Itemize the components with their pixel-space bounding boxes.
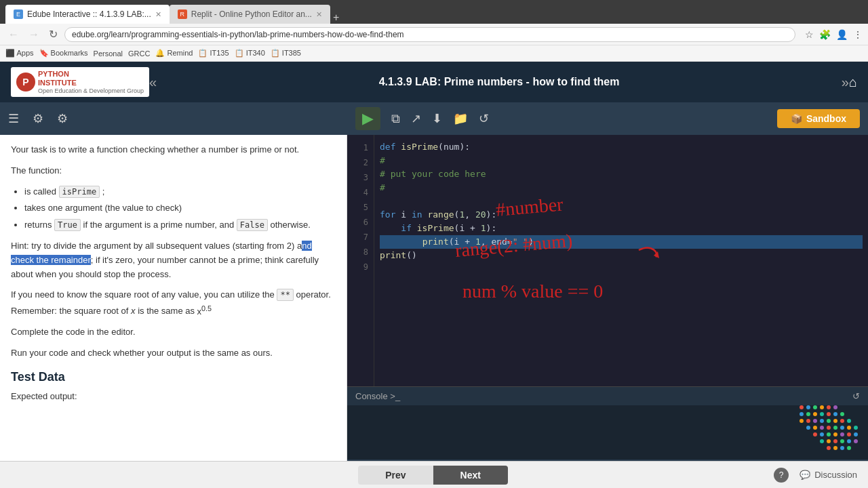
bookmark-personal[interactable]: Personal bbox=[94, 49, 123, 58]
svg-point-9 bbox=[800, 412, 804, 416]
svg-point-29 bbox=[840, 426, 844, 430]
nav-center: Prev Next bbox=[358, 466, 508, 485]
svg-point-42 bbox=[840, 439, 844, 443]
intro-text: Your task is to write a function checkin… bbox=[11, 143, 336, 157]
extension-icon[interactable]: 🧩 bbox=[819, 29, 831, 40]
code-editor[interactable]: 1 2 3 4 5 6 7 8 9 def isPrime(num): # # … bbox=[347, 135, 868, 386]
right-panel: 1 2 3 4 5 6 7 8 9 def isPrime(num): # # … bbox=[347, 135, 868, 461]
dots-decoration bbox=[795, 401, 863, 457]
code-line-9: print() bbox=[380, 249, 863, 262]
svg-point-10 bbox=[806, 412, 810, 416]
download-icon[interactable]: ⬇ bbox=[432, 111, 442, 126]
hint-paragraph: Hint: try to divide the argument by all … bbox=[11, 239, 336, 281]
svg-point-31 bbox=[854, 426, 858, 430]
folder-icon[interactable]: 📁 bbox=[453, 111, 468, 126]
share-icon[interactable]: ↗ bbox=[411, 111, 421, 126]
menu-icon[interactable]: ⋮ bbox=[853, 29, 863, 40]
app-header: P PYTHON INSTITUTE Open Education & Deve… bbox=[0, 62, 868, 102]
svg-point-43 bbox=[847, 439, 851, 443]
svg-point-20 bbox=[827, 419, 831, 423]
home-button[interactable]: ⌂ bbox=[849, 75, 857, 90]
svg-point-4 bbox=[806, 405, 810, 409]
svg-point-36 bbox=[840, 432, 844, 436]
svg-point-41 bbox=[833, 439, 837, 443]
forward-button[interactable]: → bbox=[26, 27, 42, 42]
code-line-5 bbox=[380, 195, 863, 208]
dots-svg bbox=[795, 401, 863, 455]
bookmark-star-icon[interactable]: ☆ bbox=[805, 29, 814, 40]
bottom-nav: Prev Next ? 💬 Discussion bbox=[0, 461, 868, 488]
bookmarks-bar: ⬛ Apps 🔖 Bookmarks Personal GRCC 🔔 Remin… bbox=[0, 45, 868, 62]
bookmark-it135[interactable]: 📋 IT135 bbox=[198, 49, 229, 58]
address-bar[interactable] bbox=[64, 27, 795, 42]
line-num-7: 7 bbox=[347, 230, 374, 245]
console-refresh-icon[interactable]: ↺ bbox=[852, 391, 860, 401]
bookmark-apps[interactable]: ⬛ Apps bbox=[5, 49, 34, 58]
tab-close-replit[interactable]: ✕ bbox=[316, 10, 322, 19]
tab-icon-replit: R bbox=[178, 9, 187, 19]
bookmark-it385[interactable]: 📋 IT385 bbox=[271, 49, 301, 58]
hint-before: Hint: try to divide the argument by all … bbox=[11, 241, 302, 251]
prev-chapter-button[interactable]: « bbox=[149, 75, 157, 90]
run-text: Run your code and check whether your out… bbox=[11, 346, 336, 361]
tab-label-replit: Replit - Online Python Editor an... bbox=[191, 9, 312, 19]
svg-point-15 bbox=[840, 412, 844, 416]
discussion-button[interactable]: 💬 Discussion bbox=[800, 470, 857, 480]
next-chapter-button[interactable]: » bbox=[842, 75, 849, 90]
logo-python: PYTHON bbox=[38, 70, 144, 79]
line-num-8: 8 bbox=[347, 245, 374, 260]
toolbar-left: ☰ ⚙ ⚙ bbox=[8, 111, 68, 126]
logo-circle: P bbox=[16, 73, 35, 92]
page-title: 4.1.3.9 LAB: Prime numbers - how to find… bbox=[170, 76, 828, 88]
bullet-3-mid: if the argument is a prime number, and bbox=[81, 220, 237, 230]
console-header: Console >_ ↺ bbox=[347, 387, 868, 405]
code-line-2: # bbox=[380, 154, 863, 167]
svg-point-47 bbox=[840, 446, 844, 450]
reload-button[interactable]: ↻ bbox=[46, 26, 60, 42]
copy-icon[interactable]: ⧉ bbox=[391, 112, 400, 126]
settings-icon[interactable]: ⚙ bbox=[33, 111, 43, 126]
tab-edube[interactable]: E Edube Interactive :: 4.1.3.9 LAB:... ✕ bbox=[5, 5, 170, 24]
sandbox-label: Sandbox bbox=[806, 113, 846, 124]
help-button[interactable]: ? bbox=[774, 468, 789, 483]
bookmark-it340[interactable]: 📋 IT340 bbox=[235, 49, 265, 58]
bookmark-grcc[interactable]: GRCC bbox=[128, 49, 150, 58]
code-line-3: # put your code here bbox=[380, 167, 863, 181]
complete-text: Complete the code in the editor. bbox=[11, 325, 336, 340]
svg-point-14 bbox=[833, 412, 837, 416]
tab-close-edube[interactable]: ✕ bbox=[155, 10, 161, 19]
svg-point-3 bbox=[800, 405, 804, 409]
svg-point-5 bbox=[813, 405, 817, 409]
line-num-5: 5 bbox=[347, 200, 374, 215]
new-tab-button[interactable]: + bbox=[333, 12, 339, 24]
bullet-1: is called isPrime ; bbox=[24, 185, 336, 199]
svg-point-11 bbox=[813, 412, 817, 416]
bullet-1-after: ; bbox=[100, 186, 104, 197]
bookmark-bookmarks[interactable]: 🔖 Bookmarks bbox=[39, 49, 88, 58]
back-button[interactable]: ← bbox=[5, 27, 22, 42]
discussion-label: Discussion bbox=[814, 470, 857, 480]
svg-point-37 bbox=[847, 432, 851, 436]
svg-point-44 bbox=[854, 439, 858, 443]
tab-replit[interactable]: R Replit - Online Python Editor an... ✕ bbox=[170, 5, 330, 24]
sqrt-paragraph: If you need to know the square root of a… bbox=[11, 288, 336, 319]
bookmark-remind[interactable]: 🔔 Remind bbox=[155, 49, 193, 58]
sandbox-button[interactable]: 📦 Sandbox bbox=[777, 109, 860, 128]
profile-icon[interactable]: 👤 bbox=[836, 29, 848, 40]
refresh-icon[interactable]: ↺ bbox=[479, 111, 489, 126]
browser-chrome: E Edube Interactive :: 4.1.3.9 LAB:... ✕… bbox=[0, 0, 868, 24]
svg-point-12 bbox=[820, 412, 824, 416]
run-button[interactable]: ▶ bbox=[355, 107, 380, 130]
line-num-9: 9 bbox=[347, 260, 374, 274]
expected-output-label: Expected output: bbox=[11, 390, 336, 404]
svg-point-25 bbox=[813, 426, 817, 430]
svg-point-34 bbox=[827, 432, 831, 436]
sandbox-icon: 📦 bbox=[791, 113, 802, 124]
config-icon[interactable]: ⚙ bbox=[57, 111, 68, 126]
line-num-2: 2 bbox=[347, 155, 374, 170]
browser-nav-bar: ← → ↻ ☆ 🧩 👤 ⋮ bbox=[0, 24, 868, 45]
prev-button[interactable]: Prev bbox=[358, 466, 433, 485]
menu-toggle-icon[interactable]: ☰ bbox=[8, 111, 19, 126]
next-button[interactable]: Next bbox=[433, 466, 508, 485]
bullet-1-before: is called bbox=[24, 186, 59, 197]
